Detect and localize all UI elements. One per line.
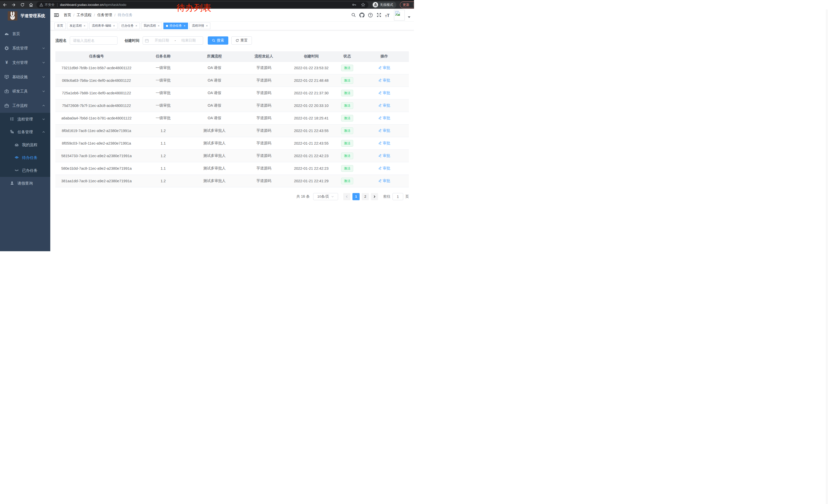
page-url: dashboard.yudao.iocoder.cn/bpm/task/todo (60, 3, 126, 7)
process-name-input[interactable] (70, 36, 118, 45)
close-icon[interactable]: × (158, 25, 160, 28)
todo-task-page: 流程名 创建时间 开始日期 - 结束日期 搜索 重置 (50, 30, 414, 251)
close-icon[interactable]: × (135, 25, 137, 28)
help-icon[interactable] (368, 12, 373, 18)
col-task-name: 任务名称 (137, 51, 189, 61)
next-page-button[interactable] (371, 193, 378, 200)
sidebar-item-task-mgmt[interactable]: 任务管理 (0, 126, 50, 138)
page-size-select[interactable]: 10条/页 (313, 193, 338, 200)
close-icon[interactable]: × (184, 25, 185, 28)
prev-page-button[interactable] (343, 193, 350, 200)
tab-todo-tasks[interactable]: 待办任务× (163, 22, 188, 29)
table-row: 069c6a63-7b8a-11ec-8ef0-acde48001122一级审批… (55, 74, 409, 87)
cell: 73211d9d-7b9b-11ec-b5b7-acde48001122 (55, 61, 137, 74)
approve-link[interactable]: 审批 (378, 78, 390, 83)
edit-pencil-icon (378, 141, 382, 145)
tab-process-detail[interactable]: 流程详情× (189, 22, 210, 29)
browser-back-icon[interactable] (2, 2, 8, 8)
approve-link[interactable]: 审批 (378, 103, 390, 108)
cell: 2022-01-21 22:41:29 (288, 175, 335, 187)
cell: 2022-01-22 23:53:32 (288, 61, 335, 74)
browser-menu-icon[interactable]: ⋮ (412, 3, 414, 6)
goto-suffix: 页 (405, 194, 409, 199)
page-button-2[interactable]: 2 (362, 193, 369, 200)
cell: 一级审批 (137, 74, 189, 87)
sidebar-item-workflow[interactable]: 工作流程 (0, 98, 50, 113)
status-badge: 激活 (341, 127, 353, 134)
close-icon[interactable]: × (84, 25, 85, 28)
breadcrumb-workflow[interactable]: 工作流程 (77, 12, 92, 17)
table-row: 73211d9d-7b9b-11ec-b5b7-acde48001122一级审批… (55, 61, 409, 74)
sidebar-fold-icon[interactable] (54, 12, 59, 18)
search-button[interactable]: 搜索 (208, 36, 228, 45)
approve-link[interactable]: 审批 (378, 116, 390, 121)
sidebar-item-leave-query[interactable]: 请假查询 (0, 177, 50, 190)
close-icon[interactable]: × (206, 25, 208, 28)
approve-link[interactable]: 审批 (378, 128, 390, 133)
chevron-down-icon (331, 195, 334, 198)
close-icon[interactable]: × (113, 25, 115, 28)
approve-link[interactable]: 审批 (378, 91, 390, 95)
approve-link[interactable]: 审批 (378, 153, 390, 158)
browser-forward-icon[interactable] (11, 2, 16, 8)
tab-my-process[interactable]: 我的流程× (141, 22, 162, 29)
tab-done-tasks[interactable]: 已办任务× (119, 22, 140, 29)
browser-home-icon[interactable] (28, 2, 34, 8)
sidebar-item-dev-tools[interactable]: 研发工具 (0, 84, 50, 98)
tab-process-form-edit[interactable]: 流程表单-编辑× (89, 22, 118, 29)
approve-link[interactable]: 审批 (378, 65, 390, 70)
reset-button[interactable]: 重置 (232, 36, 252, 45)
browser-update-button[interactable]: 更新 ⋮ (400, 2, 414, 8)
approve-link[interactable]: 审批 (378, 141, 390, 146)
password-key-icon[interactable] (352, 3, 356, 7)
date-range-picker[interactable]: 开始日期 - 结束日期 (142, 36, 203, 45)
cell: 芋道源码 (240, 61, 288, 74)
sidebar-item-done-tasks[interactable]: 已办任务 (0, 164, 50, 177)
goto-page-input[interactable] (392, 193, 403, 200)
chevron-down-icon (42, 90, 45, 93)
cell: 1.1 (137, 137, 189, 149)
sidebar-item-payment[interactable]: ¥ 支付管理 (0, 55, 50, 70)
avatar-caret-icon[interactable] (408, 16, 410, 18)
breadcrumb-home[interactable]: 首页 (64, 12, 71, 17)
browser-reload-icon[interactable] (19, 2, 25, 8)
header-search-icon[interactable] (351, 12, 356, 18)
github-icon[interactable] (359, 12, 365, 18)
tab-start-process[interactable]: 发起流程× (67, 22, 88, 29)
cell: 芋道源码 (240, 124, 288, 137)
cell: 2022-01-22 21:48:48 (288, 74, 335, 87)
update-label: 更新 (403, 3, 409, 7)
eye-icon (15, 155, 19, 160)
pagination: 共 16 条 10条/页 1 2 前往 页 (55, 193, 409, 200)
table-body: 73211d9d-7b9b-11ec-b5b7-acde48001122一级审批… (55, 61, 409, 187)
cell: 芋道源码 (240, 149, 288, 162)
cell: 2022-01-22 18:25:41 (288, 112, 335, 124)
avatar[interactable] (394, 10, 405, 20)
search-icon (212, 39, 215, 42)
cell: 58154733-7ac8-11ec-a9e2-a2380e71991a (55, 149, 137, 162)
sidebar-item-my-process[interactable]: 我的流程 (0, 138, 50, 151)
sidebar-item-infrastructure[interactable]: 基础设施 (0, 70, 50, 84)
sidebar-item-home[interactable]: 首页 (0, 27, 50, 41)
sidebar-item-process-mgmt[interactable]: 流程管理 (0, 113, 50, 126)
incognito-badge: 无痕模式 (372, 2, 396, 8)
sidebar-logo-row[interactable]: 芋道管理系统 (0, 9, 50, 23)
cell: 芋道源码 (240, 87, 288, 99)
approve-link[interactable]: 审批 (378, 166, 390, 171)
breadcrumb-task-mgmt[interactable]: 任务管理 (97, 12, 112, 17)
breadcrumb: 首页 / 工作流程 / 任务管理 / 待办任务 (64, 12, 133, 17)
bookmark-star-icon[interactable] (361, 3, 365, 7)
tab-home[interactable]: 首页 (54, 22, 66, 29)
sidebar-item-todo-tasks[interactable]: 待办任务 (0, 151, 50, 164)
cell: 2022-01-21 22:43:55 (288, 124, 335, 137)
fullscreen-icon[interactable] (376, 12, 381, 18)
chevron-down-icon (42, 47, 45, 50)
cell: 芋道源码 (240, 162, 288, 175)
approve-link[interactable]: 审批 (378, 178, 390, 183)
col-task-id: 任务编号 (55, 51, 137, 61)
toolbox-icon (4, 89, 9, 94)
font-size-icon[interactable]: TT (385, 12, 390, 18)
page-button-1[interactable]: 1 (353, 193, 360, 200)
cell: 一级审批 (137, 112, 189, 124)
sidebar-item-system[interactable]: 系统管理 (0, 41, 50, 55)
